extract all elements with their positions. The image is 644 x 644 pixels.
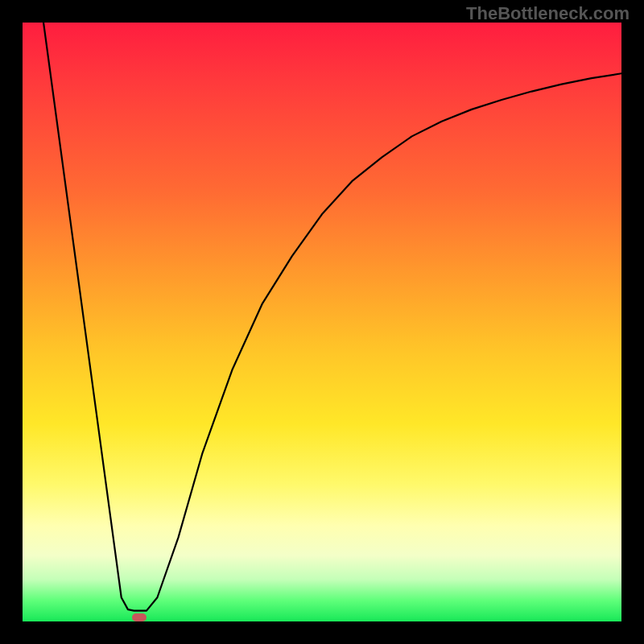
watermark-text: TheBottleneck.com [466,3,630,24]
bottleneck-curve [43,23,621,611]
chart-frame: TheBottleneck.com [0,0,644,644]
curve-svg [23,23,621,621]
plot-area [23,23,621,621]
minimum-marker [132,613,147,621]
